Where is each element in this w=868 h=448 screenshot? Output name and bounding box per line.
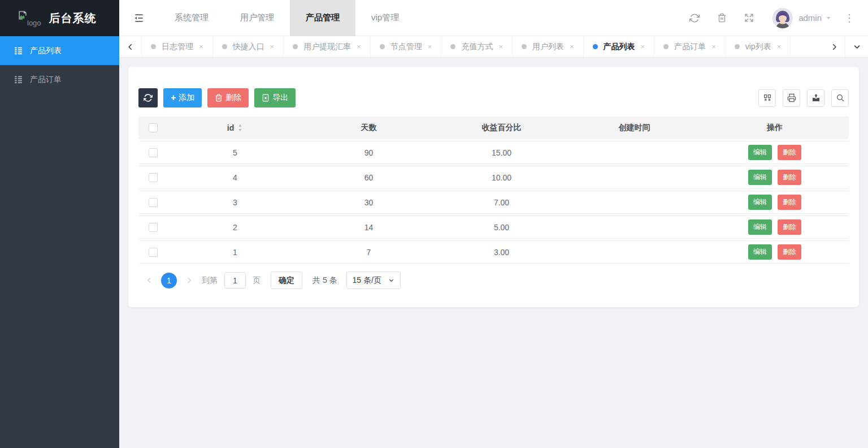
tab-recharge-method[interactable]: 充值方式× — [441, 36, 513, 57]
main-area: 系统管理 用户管理 产品管理 vip管理 admin — [119, 0, 868, 448]
row-checkbox[interactable] — [149, 198, 158, 207]
table-row: 4 60 10.00 编辑 删除 — [138, 166, 849, 189]
cell-days: 60 — [302, 173, 435, 182]
cell-id: 2 — [168, 223, 302, 232]
tab-strip: 日志管理× 快捷入口× 用户提现汇率× 节点管理× 充值方式× 用户列表× 产品… — [119, 36, 868, 58]
sidebar-item-product-orders[interactable]: 产品订单 — [0, 65, 119, 94]
edit-button[interactable]: 编辑 — [748, 195, 772, 210]
close-icon[interactable]: × — [498, 42, 503, 51]
page-unit-label: 页 — [253, 275, 261, 286]
tabs-scroll-left-icon[interactable] — [119, 36, 142, 57]
nav-item-label: 用户管理 — [240, 12, 274, 23]
tab-vip-list[interactable]: vip列表× — [726, 36, 791, 57]
page-number-current[interactable]: 1 — [161, 273, 177, 288]
close-icon[interactable]: × — [570, 42, 574, 51]
sort-icon[interactable] — [237, 124, 243, 132]
tab-label: 快捷入口 — [233, 42, 264, 52]
tab-dot — [593, 44, 598, 49]
cell-days: 14 — [302, 223, 435, 232]
columns-icon[interactable] — [758, 89, 776, 107]
logo-alt-text: logo — [27, 19, 41, 27]
tab-user-list[interactable]: 用户列表× — [513, 36, 584, 57]
row-checkbox[interactable] — [149, 223, 158, 232]
tabs-scroll-right-icon[interactable] — [823, 36, 845, 57]
tabs-menu-chevron-icon[interactable] — [845, 36, 868, 57]
trash-icon[interactable] — [708, 0, 735, 36]
edit-button[interactable]: 编辑 — [748, 219, 772, 235]
more-vertical-icon[interactable]: ⋮ — [840, 12, 859, 24]
nav-item-users[interactable]: 用户管理 — [224, 0, 290, 36]
delete-row-button[interactable]: 删除 — [778, 219, 801, 235]
cell-id: 3 — [168, 198, 302, 207]
delete-row-button[interactable]: 删除 — [778, 244, 801, 260]
confirm-page-button[interactable]: 确定 — [271, 272, 302, 289]
search-icon[interactable] — [831, 89, 849, 107]
close-icon[interactable]: × — [270, 42, 275, 51]
row-checkbox[interactable] — [149, 173, 158, 182]
print-icon[interactable] — [783, 89, 800, 107]
close-icon[interactable]: × — [428, 42, 432, 51]
nav-item-products[interactable]: 产品管理 — [290, 0, 355, 36]
row-checkbox[interactable] — [149, 148, 158, 157]
refresh-button[interactable] — [138, 88, 158, 107]
cell-id: 1 — [168, 248, 302, 257]
select-all-checkbox[interactable] — [149, 123, 158, 132]
pagination: 1 到第 页 确定 共 5 条 15 条/页 — [138, 272, 849, 289]
header-id[interactable]: id — [168, 123, 302, 132]
delete-row-button[interactable]: 删除 — [778, 195, 801, 210]
add-button-label: 添加 — [179, 93, 194, 103]
menu-fold-icon[interactable] — [119, 0, 159, 36]
tab-label: 节点管理 — [390, 42, 422, 52]
chevron-down-icon[interactable] — [825, 15, 832, 21]
delete-row-button[interactable]: 删除 — [778, 170, 801, 185]
close-icon[interactable]: × — [711, 42, 716, 51]
avatar[interactable] — [772, 8, 793, 28]
cell-days: 90 — [302, 148, 435, 157]
sidebar-item-product-list[interactable]: 产品列表 — [0, 36, 119, 65]
header-created: 创建时间 — [568, 123, 701, 133]
close-icon[interactable]: × — [641, 42, 645, 51]
tab-label: 产品订单 — [674, 42, 706, 52]
cell-percent: 3.00 — [435, 248, 568, 257]
close-icon[interactable]: × — [357, 42, 361, 51]
add-button[interactable]: + 添加 — [163, 88, 202, 107]
trash-icon — [215, 94, 223, 102]
table-row: 1 7 3.00 编辑 删除 — [138, 240, 849, 264]
tab-quick-entry[interactable]: 快捷入口× — [213, 36, 284, 57]
next-page-icon[interactable] — [180, 272, 197, 289]
refresh-icon[interactable] — [681, 0, 708, 36]
excel-file-icon — [262, 94, 270, 102]
tab-product-list[interactable]: 产品列表× — [584, 36, 655, 57]
chevron-down-icon — [388, 277, 394, 283]
cell-percent: 10.00 — [435, 173, 568, 182]
goto-page-input[interactable] — [224, 272, 246, 288]
table-toolbar: + 添加 删除 导出 — [138, 88, 849, 107]
close-icon[interactable]: × — [777, 42, 782, 51]
prev-page-icon[interactable] — [141, 272, 158, 289]
product-list-card: + 添加 删除 导出 — [128, 67, 859, 307]
list-icon — [14, 75, 23, 84]
cell-id: 5 — [168, 148, 302, 157]
tab-node-management[interactable]: 节点管理× — [371, 36, 442, 57]
tab-log-management[interactable]: 日志管理× — [142, 36, 213, 57]
tab-withdraw-rate[interactable]: 用户提现汇率× — [284, 36, 371, 57]
edit-button[interactable]: 编辑 — [748, 145, 772, 160]
tab-product-orders[interactable]: 产品订单× — [654, 36, 726, 57]
tab-dot — [663, 44, 669, 49]
edit-button[interactable]: 编辑 — [748, 170, 772, 185]
nav-item-vip[interactable]: vip管理 — [355, 0, 415, 36]
fullscreen-icon[interactable] — [735, 0, 762, 36]
nav-item-system[interactable]: 系统管理 — [159, 0, 224, 36]
export-button[interactable]: 导出 — [254, 88, 296, 107]
export-file-icon[interactable] — [807, 89, 824, 107]
delete-row-button[interactable]: 删除 — [778, 145, 801, 160]
page-size-select[interactable]: 15 条/页 — [346, 272, 401, 289]
edit-button[interactable]: 编辑 — [748, 244, 772, 260]
row-checkbox[interactable] — [149, 248, 158, 257]
delete-button[interactable]: 删除 — [207, 88, 249, 107]
nav-item-label: 产品管理 — [306, 12, 340, 23]
nav-item-label: 系统管理 — [175, 12, 209, 23]
app-title: 后台系统 — [49, 11, 97, 26]
close-icon[interactable]: × — [199, 42, 203, 51]
username[interactable]: admin — [798, 13, 822, 23]
